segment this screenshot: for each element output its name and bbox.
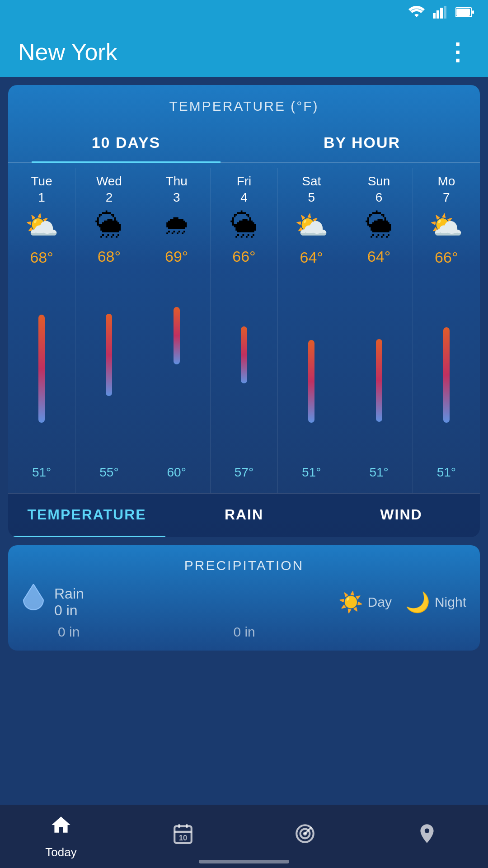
night-label: Night (435, 594, 466, 610)
day-name: Sat (302, 174, 321, 189)
day-num: 7 (443, 190, 450, 205)
forecast-day-sun: Sun 6 🌦 64° 51° (345, 168, 413, 493)
day-sun-icon: ☀️ (338, 590, 363, 614)
day-name: Wed (96, 174, 122, 189)
weather-icon: 🌧 (163, 209, 190, 241)
nav-radar[interactable] (244, 822, 366, 850)
forecast-day-thu: Thu 3 🌧 69° 60° (143, 168, 211, 493)
view-tabs: 10 DAYS BY HOUR (8, 123, 480, 163)
day-num: 1 (38, 190, 45, 205)
weather-icon: 🌦 (366, 209, 393, 241)
temp-high: 68° (30, 249, 53, 266)
temp-high: 64° (367, 248, 390, 265)
temp-low: 60° (167, 465, 186, 480)
day-num: 4 (240, 190, 248, 205)
svg-rect-1 (436, 10, 439, 19)
metric-tab-temperature[interactable]: TEMPERATURE (8, 494, 165, 537)
svg-rect-5 (456, 9, 470, 16)
weather-icon: ⛅ (25, 209, 59, 241)
temp-bar-area (143, 269, 210, 487)
metric-tabs: TEMPERATURERAINWIND (8, 493, 480, 537)
precip-type: Rain (54, 585, 84, 602)
signal-icon (433, 6, 447, 22)
forecast-grid: Tue 1 ⛅ 68° 51° Wed 2 🌦 68° 55° Thu 3 🌧 … (8, 163, 480, 493)
temp-bar-area (345, 269, 412, 487)
day-num: 2 (106, 190, 113, 205)
temp-high: 64° (300, 249, 323, 266)
day-name: Fri (237, 174, 252, 189)
precip-title: PRECIPITATION (22, 558, 466, 573)
day-name: Thu (166, 174, 188, 189)
day-num: 6 (375, 190, 383, 205)
nav-today-label: Today (45, 845, 76, 859)
forecast-day-tue: Tue 1 ⛅ 68° 51° (8, 168, 75, 493)
temp-high: 69° (165, 248, 188, 265)
svg-rect-0 (433, 13, 436, 19)
precipitation-section: PRECIPITATION Rain 0 in ☀️ Day 🌙 Night 0… (8, 545, 480, 651)
status-bar (0, 0, 488, 27)
day-night-group: ☀️ Day 🌙 Night (338, 590, 466, 614)
temp-bar (443, 327, 450, 423)
temp-bar (308, 340, 314, 423)
svg-text:10: 10 (179, 834, 188, 842)
temp-bar-area (211, 269, 277, 487)
forecast-day-sat: Sat 5 ⛅ 64° 51° (278, 168, 345, 493)
metric-tab-rain[interactable]: RAIN (165, 494, 323, 537)
menu-button[interactable]: ⋮ (446, 38, 470, 66)
forecast-day-mo: Mo 7 ⛅ 66° 51° (413, 168, 480, 493)
nav-today[interactable]: Today (0, 814, 122, 859)
temp-bar (241, 326, 247, 384)
day-name: Sun (368, 174, 390, 189)
rain-icon (22, 584, 45, 620)
weather-icon: 🌦 (95, 209, 122, 241)
temp-bar (38, 315, 45, 423)
weather-icon: ⛅ (429, 209, 463, 241)
bottom-nav: Today 10 (0, 805, 488, 868)
temp-low: 55° (99, 465, 118, 480)
forecast-card: TEMPERATURE (°F) 10 DAYS BY HOUR Tue 1 ⛅… (8, 85, 480, 537)
day-name: Tue (31, 174, 52, 189)
tab-byhour[interactable]: BY HOUR (244, 123, 480, 162)
battery-icon (455, 6, 474, 21)
day-label: Day (368, 594, 392, 610)
precip-night-value: 0 in (233, 624, 255, 640)
temp-high: 66° (232, 248, 255, 265)
section-title: TEMPERATURE (°F) (8, 85, 480, 118)
location-icon (416, 822, 438, 850)
temp-bar-area (278, 270, 345, 487)
temp-bar (174, 307, 180, 364)
home-indicator (199, 860, 289, 863)
calendar-icon: 10 (172, 822, 194, 850)
temp-low: 57° (235, 465, 253, 480)
day-num: 3 (173, 190, 180, 205)
temp-high: 66° (435, 249, 458, 266)
precip-amount: 0 in (54, 602, 84, 619)
precip-day-value: 0 in (58, 624, 80, 640)
temp-bar-area (413, 270, 480, 487)
city-title: New York (18, 38, 117, 66)
temp-bar (106, 314, 112, 396)
day-num: 5 (308, 190, 315, 205)
temp-bar-area (8, 270, 75, 487)
svg-rect-6 (472, 10, 474, 14)
forecast-day-fri: Fri 4 🌦 66° 57° (211, 168, 278, 493)
home-icon (50, 814, 72, 842)
nav-location[interactable] (366, 822, 488, 850)
precip-label-group: Rain 0 in (54, 585, 84, 619)
temp-high: 68° (98, 248, 121, 265)
radar-icon (294, 822, 316, 850)
temp-low: 51° (302, 465, 321, 480)
weather-icon: 🌦 (230, 209, 258, 241)
day-name: Mo (437, 174, 455, 189)
temp-low: 51° (437, 465, 456, 480)
night-moon-icon: 🌙 (405, 590, 430, 614)
metric-tab-wind[interactable]: WIND (323, 494, 480, 537)
nav-calendar[interactable]: 10 (122, 822, 244, 850)
temp-bar (376, 339, 382, 422)
precip-row: Rain 0 in ☀️ Day 🌙 Night (22, 584, 466, 620)
tab-10days[interactable]: 10 DAYS (8, 123, 244, 162)
weather-icon: ⛅ (295, 209, 328, 241)
svg-rect-2 (440, 8, 443, 19)
app-bar: New York ⋮ (0, 27, 488, 77)
wifi-icon (408, 6, 425, 22)
